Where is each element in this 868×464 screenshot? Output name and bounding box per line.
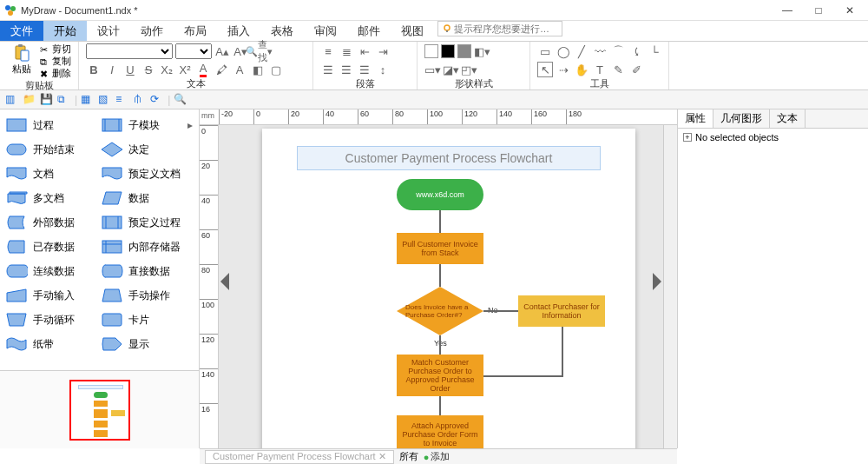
shape-item[interactable]: 手动操作 (99, 283, 194, 308)
strip-open-icon[interactable]: 📁 (23, 93, 36, 107)
tool-elbow-icon[interactable]: └ (647, 43, 662, 59)
flowchart-title[interactable]: Customer Payment Process Flowchart (297, 146, 601, 170)
fc-start[interactable]: www.x6d.com (397, 179, 483, 210)
tab-review[interactable]: 审阅 (304, 21, 347, 41)
tool-curve-icon[interactable]: 〰 (592, 43, 608, 59)
strip-group-icon[interactable]: ▦ (81, 93, 95, 107)
tool-arc-icon[interactable]: ⌒ (610, 43, 626, 59)
tab-table[interactable]: 表格 (260, 21, 304, 41)
shape-item[interactable]: 开始结束 (3, 137, 99, 162)
expand-icon[interactable]: + (683, 133, 692, 142)
shape-item[interactable]: 文档 (3, 162, 99, 186)
tool-rect-icon[interactable]: ▭ (537, 43, 553, 59)
tool-pencil-icon[interactable]: ✎ (610, 62, 626, 77)
font-color-icon[interactable]: A (195, 62, 211, 77)
outline-icon[interactable]: ▢ (268, 62, 284, 77)
fill-black[interactable] (441, 44, 455, 58)
shape-item[interactable]: 外部数据 (3, 210, 99, 235)
shape-item[interactable]: 决定 (99, 137, 194, 162)
drawing-page[interactable]: Customer Payment Process Flowchart www.x… (262, 129, 635, 448)
tab-mail[interactable]: 邮件 (347, 21, 391, 41)
tab-geometry[interactable]: 几何图形 (713, 109, 770, 128)
tab-design[interactable]: 设计 (87, 21, 130, 41)
delete-button[interactable]: ✖删除 (40, 68, 71, 79)
doctab-all[interactable]: 所有 (399, 450, 418, 463)
shape-item[interactable]: 显示 (99, 332, 194, 356)
shape-item[interactable]: 卡片 (99, 308, 194, 332)
strip-copy-icon[interactable]: ⧉ (57, 93, 71, 107)
shape-item[interactable]: 数据 (99, 186, 194, 210)
strip-save-icon[interactable]: 💾 (40, 93, 54, 107)
help-search[interactable] (437, 21, 562, 36)
scroll-right-handle[interactable] (653, 273, 661, 293)
fc-side[interactable]: Contact Purchaser for Information (518, 295, 605, 327)
shape-fill-icon[interactable]: ◧▾ (474, 43, 490, 59)
tab-action[interactable]: 动作 (130, 21, 174, 41)
shape-item[interactable]: 手动循环 (3, 308, 99, 332)
shape-shadow-icon[interactable]: ◪▾ (443, 62, 458, 77)
minimize-button[interactable]: — (779, 3, 795, 18)
find-button[interactable]: 🔍查找▾ (251, 43, 266, 59)
doctab-page1[interactable]: Customer Payment Process Flowchart ✕ (205, 450, 394, 464)
shape-item[interactable]: 子模块▸ (99, 113, 194, 137)
tab-view[interactable]: 视图 (391, 21, 434, 41)
shape-item[interactable]: 连续数据 (3, 259, 99, 283)
shape-item[interactable]: 直接数据 (99, 259, 194, 283)
shape-item[interactable]: 过程 (3, 113, 99, 137)
increase-font-icon[interactable]: A▴ (214, 43, 230, 59)
page-thumbnail[interactable] (69, 380, 130, 441)
help-search-input[interactable] (454, 23, 558, 34)
copy-button[interactable]: ⧉复制 (40, 56, 71, 67)
shape-item[interactable]: 预定义文档 (99, 162, 194, 186)
vertical-scrollbar[interactable] (663, 125, 677, 448)
shape-item[interactable]: 已存数据 (3, 235, 99, 259)
strip-new-icon[interactable]: ▥ (5, 93, 19, 107)
font-size-select[interactable] (175, 43, 212, 59)
highlight-icon[interactable]: 🖍 (214, 62, 229, 77)
tab-start[interactable]: 开始 (43, 21, 87, 41)
tool-pan-icon[interactable]: ✋ (574, 62, 589, 77)
strike-icon[interactable]: S (141, 62, 156, 77)
strip-distribute-icon[interactable]: ⫛ (133, 93, 147, 107)
maximize-button[interactable]: □ (811, 3, 826, 18)
strip-ungroup-icon[interactable]: ▧ (98, 93, 112, 107)
tool-freeform-icon[interactable]: ✐ (628, 62, 644, 77)
numbering-icon[interactable]: ≣ (339, 43, 354, 59)
align-left-icon[interactable]: ☰ (320, 62, 336, 77)
indent-right-icon[interactable]: ⇥ (375, 43, 391, 59)
fc-step1[interactable]: Pull Customer Invoice from Stack (397, 233, 483, 264)
fc-step2[interactable]: Match Customer Purchase Order to Approve… (397, 355, 483, 396)
tool-connector-icon[interactable]: ⇢ (556, 62, 571, 77)
paste-button[interactable]: 粘贴 (7, 43, 36, 76)
shape-item[interactable]: 多文档 (3, 186, 99, 210)
align-right-icon[interactable]: ☰ (357, 62, 372, 77)
shape-item[interactable]: 预定义过程 (99, 210, 194, 235)
canvas[interactable]: Customer Payment Process Flowchart www.x… (219, 125, 663, 448)
tab-layout[interactable]: 布局 (174, 21, 217, 41)
subscript-icon[interactable]: X₂ (159, 62, 174, 77)
bold-icon[interactable]: B (86, 62, 102, 77)
tool-text-icon[interactable]: T (592, 62, 608, 77)
tool-arc2-icon[interactable]: ⤹ (628, 43, 644, 59)
fc-step3[interactable]: Attach Approved Purchase Order Form to I… (397, 415, 483, 448)
scroll-left-handle[interactable] (220, 273, 229, 293)
line-spacing-icon[interactable]: ↕ (375, 62, 391, 77)
strip-rotate-icon[interactable]: ⟳ (150, 93, 164, 107)
cut-button[interactable]: ✂剪切 (40, 43, 71, 55)
strip-search-icon[interactable]: 🔍 (174, 93, 187, 107)
bullets-icon[interactable]: ≡ (320, 43, 336, 59)
shadow-icon[interactable]: A (232, 62, 247, 77)
align-center-icon[interactable]: ☰ (339, 62, 354, 77)
shape-item[interactable]: 内部存储器 (99, 235, 194, 259)
fill-icon[interactable]: ◧ (250, 62, 266, 77)
shape-corner-icon[interactable]: ◰▾ (461, 62, 477, 77)
indent-left-icon[interactable]: ⇤ (357, 43, 372, 59)
strip-align-icon[interactable]: ≡ (115, 93, 129, 107)
italic-icon[interactable]: I (104, 62, 120, 77)
tab-properties[interactable]: 属性 (678, 109, 713, 128)
close-button[interactable]: ✕ (842, 3, 858, 18)
tab-insert[interactable]: 插入 (217, 21, 260, 41)
shape-item[interactable]: 手动输入 (3, 283, 99, 308)
tool-line-icon[interactable]: ╱ (574, 43, 589, 59)
tool-ellipse-icon[interactable]: ◯ (556, 43, 571, 59)
